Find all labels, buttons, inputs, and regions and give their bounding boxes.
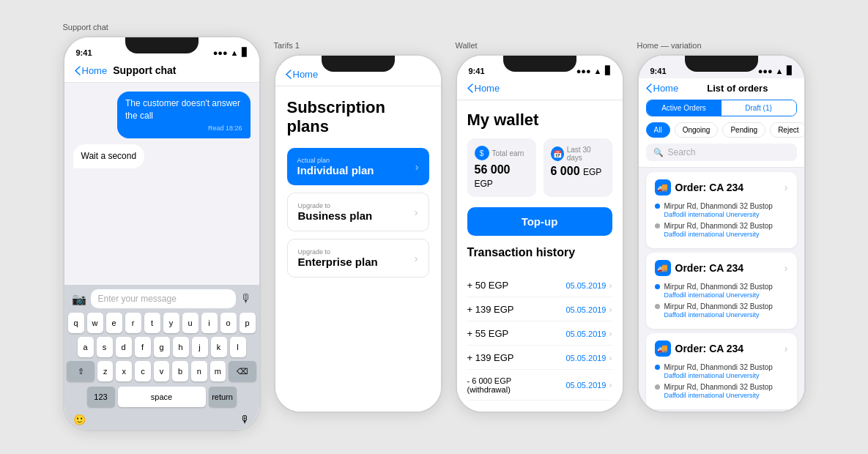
kb-row-4: 123 space return: [67, 385, 256, 407]
mic-icon[interactable]: 🎙: [240, 292, 252, 305]
stop-sub-2a: Daffodil international Unerversity: [664, 291, 773, 299]
key-u[interactable]: u: [182, 313, 199, 333]
key-f[interactable]: f: [135, 337, 151, 357]
last30-label: 📅 Last 30 days: [551, 146, 605, 162]
message-sent-1: The customer doesn't answer the call Rea…: [117, 92, 251, 138]
time-1: 9:41: [76, 48, 92, 57]
tx-item-3: + 55 EGP 05.05.2019 ›: [467, 322, 612, 346]
camera-icon[interactable]: 📷: [72, 292, 86, 306]
topup-button[interactable]: Top-up: [467, 207, 612, 236]
tx-right-4: 05.05.2019 ›: [565, 353, 612, 363]
key-t[interactable]: t: [144, 313, 160, 333]
plan-business[interactable]: Upgrade to Business plan ›: [287, 193, 429, 231]
search-icon: 🔍: [653, 148, 664, 157]
time-4: 9:41: [650, 67, 667, 75]
orders-nav: Home List of orders Active Orders Draft …: [639, 78, 804, 168]
tx-date-1: 05.05.2019: [565, 281, 606, 290]
key-i[interactable]: i: [201, 313, 218, 333]
kb-input-row: 📷 Enter your message 🎙: [67, 289, 256, 308]
key-n[interactable]: n: [191, 361, 207, 382]
key-return[interactable]: return: [209, 387, 237, 407]
key-k[interactable]: k: [211, 337, 227, 357]
key-z[interactable]: z: [97, 361, 114, 382]
plan-enterprise-info: Upgrade to Enterprise plan: [298, 248, 378, 268]
mic-kb-key[interactable]: 🎙: [240, 414, 251, 425]
key-123[interactable]: 123: [87, 387, 115, 407]
notch-3: [503, 56, 576, 72]
plan-individual-label: Actual plan: [297, 157, 374, 164]
key-p[interactable]: p: [240, 313, 256, 333]
nav-back-2[interactable]: Home: [286, 69, 319, 80]
nav-back-1[interactable]: Home: [75, 65, 108, 76]
filter-reject[interactable]: Reject: [770, 122, 805, 138]
back-label-4: Home: [653, 83, 679, 94]
key-delete[interactable]: ⌫: [229, 361, 256, 382]
stop-dot-2b: [655, 304, 660, 309]
tab-draft[interactable]: Draft (1): [722, 100, 796, 116]
tab-active-orders[interactable]: Active Orders: [647, 100, 722, 116]
order-id-row-1: 🚚 Order: CA 234: [655, 179, 744, 196]
key-e[interactable]: e: [106, 313, 122, 333]
stop-text-3a: Mirpur Rd, Dhanmondi 32 Bustop: [664, 362, 773, 372]
nav-back-4[interactable]: Home: [646, 83, 679, 94]
key-g[interactable]: g: [154, 337, 170, 357]
key-o[interactable]: o: [220, 313, 237, 333]
key-a[interactable]: a: [78, 337, 94, 357]
stop-sub-1a: Daffodil international Unerversity: [664, 211, 773, 218]
key-c[interactable]: c: [135, 361, 151, 382]
key-m[interactable]: m: [210, 361, 226, 382]
battery-icon-3: ▊: [605, 66, 611, 75]
key-shift[interactable]: ⇧: [67, 361, 94, 382]
key-y[interactable]: y: [163, 313, 179, 333]
order-stop-2b: Mirpur Rd, Dhanmondi 32 Bustop Daffodil …: [655, 302, 788, 319]
key-j[interactable]: j: [192, 337, 208, 357]
key-v[interactable]: v: [154, 361, 170, 382]
truck-icon-3: 🚚: [655, 340, 671, 357]
tx-chevron-5: ›: [609, 380, 612, 390]
emoji-key[interactable]: 🙂: [73, 414, 86, 425]
phone-frame-4: 9:41 ●●● ▲ ▊ Home List of orders: [637, 54, 806, 413]
order-card-2[interactable]: 🚚 Order: CA 234 › Mirpur Rd, Dhanmondi 3…: [646, 253, 797, 329]
tx-amount-4: + 139 EGP: [467, 352, 514, 363]
key-b[interactable]: b: [172, 361, 188, 382]
key-d[interactable]: d: [116, 337, 132, 357]
filter-pending[interactable]: Pending: [722, 122, 765, 138]
last30-amount: 6 000 EGP: [551, 165, 602, 177]
key-x[interactable]: x: [116, 361, 132, 382]
notch-2: [322, 56, 395, 72]
stop-info-1a: Mirpur Rd, Dhanmondi 32 Bustop Daffodil …: [664, 201, 773, 218]
key-l[interactable]: l: [230, 337, 246, 357]
search-bar[interactable]: 🔍 Search: [646, 144, 797, 161]
tx-item-5: - 6 000 EGP(withdrawal) 05.05.2019 ›: [467, 371, 612, 401]
key-s[interactable]: s: [97, 337, 113, 357]
key-space[interactable]: space: [118, 387, 206, 407]
key-w[interactable]: w: [87, 313, 103, 333]
plans-content: Subscription plans Actual plan Individua…: [275, 86, 441, 297]
nav-back-3[interactable]: Home: [467, 83, 500, 94]
wallet-card-total: $ Total earn 56 000 EGP: [467, 138, 536, 197]
back-chevron-3: [467, 83, 473, 93]
key-h[interactable]: h: [173, 337, 189, 357]
kb-row-1: q w e r t y u i o p: [67, 313, 256, 333]
stop-dot-1b: [655, 223, 660, 228]
orders-title: List of orders: [707, 83, 768, 94]
key-r[interactable]: r: [125, 313, 141, 333]
plan-individual[interactable]: Actual plan Individual plan ›: [287, 148, 429, 185]
order-card-1[interactable]: 🚚 Order: CA 234 › Mirpur Rd, Dhanmondi 3…: [646, 172, 797, 248]
message-input[interactable]: Enter your message: [91, 289, 236, 308]
filter-all[interactable]: All: [646, 122, 670, 138]
nav-bar-4: Home List of orders: [646, 83, 797, 100]
wallet-card-30days: 📅 Last 30 days 6 000 EGP: [544, 138, 612, 197]
order-card-3[interactable]: 🚚 Order: CA 234 › Mirpur Rd, Dhanmondi 3…: [646, 333, 797, 409]
kb-row-3: ⇧ z x c v b n m ⌫: [67, 361, 256, 382]
keyboard-rows: q w e r t y u i o p a s d: [67, 313, 256, 425]
tx-amount-1: + 50 EGP: [467, 280, 509, 291]
plan-business-chevron: ›: [415, 206, 418, 218]
orders-tab-row: Active Orders Draft (1): [646, 100, 797, 116]
plan-enterprise[interactable]: Upgrade to Enterprise plan ›: [287, 239, 429, 278]
tx-chevron-2: ›: [609, 305, 612, 315]
wifi-icon-3: ▲: [594, 67, 602, 75]
key-q[interactable]: q: [68, 313, 84, 333]
filter-ongoing[interactable]: Ongoing: [675, 122, 719, 138]
tx-list-area: + 50 EGP 05.05.2019 › + 139 EGP 05.05.20…: [457, 274, 623, 412]
